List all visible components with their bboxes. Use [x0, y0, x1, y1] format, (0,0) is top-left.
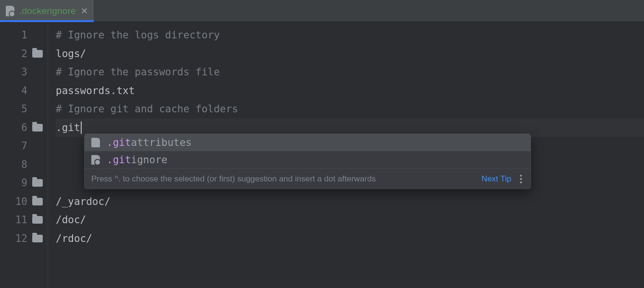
autocomplete-item-label: .gitignore [107, 154, 167, 166]
dockerignore-file-icon [6, 6, 14, 16]
line-number: 12 [15, 233, 27, 244]
line-number: 8 [15, 159, 27, 170]
close-icon[interactable]: ✕ [81, 7, 88, 15]
line-number: 5 [15, 103, 27, 115]
gutter-row: 6 [0, 119, 48, 137]
line-number: 4 [15, 85, 27, 96]
comment-text: # Ignore the logs directory [56, 29, 220, 41]
autocomplete-item[interactable]: .gitattributes [85, 134, 531, 151]
kebab-menu-icon[interactable] [518, 173, 524, 185]
text-caret [81, 121, 82, 134]
editor: 123456789101112 # Ignore the logs direct… [0, 22, 644, 288]
code-area[interactable]: # Ignore the logs directorylogs/# Ignore… [48, 22, 644, 288]
gutter-row: 9 [0, 174, 48, 192]
line-number: 7 [15, 140, 27, 152]
editor-tab[interactable]: .dockerignore ✕ [0, 0, 94, 22]
line-number: 10 [15, 196, 27, 207]
code-line[interactable]: passwords.txt [56, 82, 644, 100]
autocomplete-footer: Press ^. to choose the selected (or firs… [85, 168, 531, 189]
comment-text: # Ignore the passwords file [56, 66, 220, 78]
gutter-row: 2 [0, 45, 48, 63]
gutter-row: 10 [0, 192, 48, 211]
autocomplete-match: .git [107, 154, 131, 166]
code-text: /rdoc/ [56, 233, 92, 244]
code-line[interactable]: /_yardoc/ [56, 192, 644, 211]
ignore-file-icon [91, 155, 100, 165]
code-text: logs/ [56, 48, 86, 60]
code-text: /doc/ [56, 214, 86, 226]
line-number: 1 [15, 29, 27, 41]
code-text: .git [56, 122, 80, 133]
gutter-row: 7 [0, 137, 48, 156]
gutter-row: 1 [0, 26, 48, 45]
autocomplete-rest: attributes [131, 137, 192, 148]
folder-icon [32, 235, 43, 242]
code-text: passwords.txt [56, 85, 135, 96]
autocomplete-tip-text: Press ^. to choose the selected (or firs… [91, 174, 475, 184]
gutter-row: 4 [0, 82, 48, 100]
line-number: 11 [15, 214, 27, 226]
folder-icon [32, 198, 43, 205]
autocomplete-match: .git [107, 137, 131, 148]
gutter-row: 5 [0, 100, 48, 119]
autocomplete-item-label: .gitattributes [107, 137, 192, 148]
code-line[interactable]: # Ignore the logs directory [56, 26, 644, 45]
folder-icon [32, 50, 43, 58]
gutter-row: 12 [0, 229, 48, 248]
code-line[interactable]: # Ignore git and cache folders [56, 100, 644, 119]
autocomplete-item[interactable]: .gitignore [85, 151, 531, 168]
code-line[interactable]: # Ignore the passwords file [56, 63, 644, 82]
file-icon [91, 138, 100, 147]
code-text: /_yardoc/ [56, 196, 111, 207]
line-number: 3 [15, 66, 27, 78]
gutter: 123456789101112 [0, 22, 48, 288]
tab-bar: .dockerignore ✕ [0, 0, 644, 22]
line-number: 9 [15, 177, 27, 189]
tab-filename: .dockerignore [19, 6, 76, 16]
comment-text: # Ignore git and cache folders [56, 103, 238, 115]
folder-icon [32, 124, 43, 132]
line-number: 2 [15, 48, 27, 60]
folder-icon [32, 179, 43, 187]
code-line[interactable]: logs/ [56, 45, 644, 63]
gutter-row: 8 [0, 156, 48, 174]
next-tip-link[interactable]: Next Tip [482, 174, 511, 184]
autocomplete-rest: ignore [131, 154, 168, 166]
folder-icon [32, 216, 43, 224]
gutter-row: 11 [0, 211, 48, 229]
code-line[interactable]: /doc/ [56, 211, 644, 229]
gutter-row: 3 [0, 63, 48, 82]
autocomplete-popup: .gitattributes.gitignore Press ^. to cho… [84, 133, 531, 189]
code-line[interactable]: /rdoc/ [56, 229, 644, 248]
line-number: 6 [15, 122, 27, 133]
